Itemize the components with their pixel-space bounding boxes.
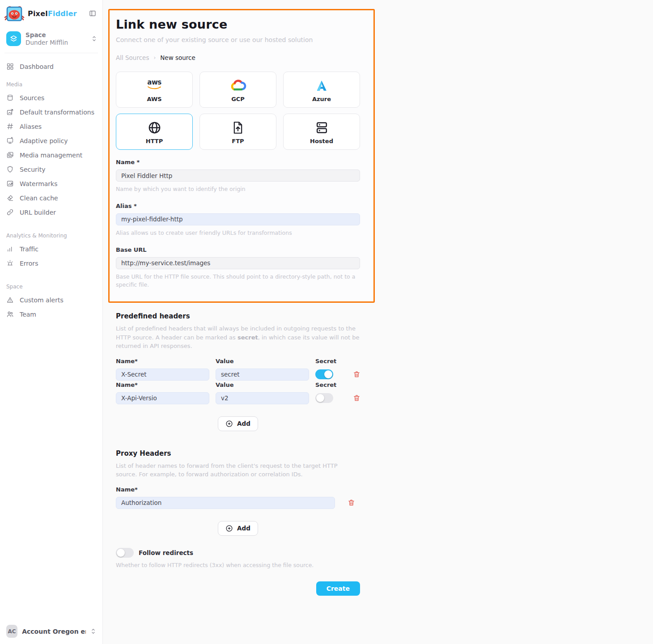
source-card-http[interactable]: HTTP xyxy=(116,114,193,150)
hash-icon xyxy=(6,123,14,130)
sidebar-collapse-icon[interactable] xyxy=(88,9,97,18)
proxy-header-row xyxy=(116,497,360,509)
proxy-header-name-input[interactable] xyxy=(116,497,335,509)
breadcrumb: All Sources › New source xyxy=(116,54,360,61)
sidebar-item-custom-alerts[interactable]: Custom alerts xyxy=(6,293,96,307)
alert-triangle-icon xyxy=(6,296,14,304)
account-selector[interactable]: AC Account Oregon en… xyxy=(0,619,102,644)
source-type-grid: aws AWS GCP xyxy=(116,72,360,150)
file-upload-icon xyxy=(232,119,244,135)
secret-toggle[interactable] xyxy=(315,393,333,403)
proxy-headers-title: Proxy Headers xyxy=(116,449,360,458)
siren-icon xyxy=(6,259,14,267)
sidebar-section-analytics: Analytics & Monitoring xyxy=(6,233,96,239)
delete-header-icon[interactable] xyxy=(353,394,360,402)
source-card-azure[interactable]: Azure xyxy=(283,72,360,108)
dashboard-icon xyxy=(6,63,14,70)
aws-icon: aws xyxy=(147,77,162,93)
proxy-headers-description: List of header names to forward from the… xyxy=(116,462,360,479)
source-card-ftp[interactable]: FTP xyxy=(199,114,276,150)
space-selector[interactable]: Space Dunder Mifflin xyxy=(0,26,102,53)
delete-header-icon[interactable] xyxy=(353,370,360,378)
account-label: Account Oregon en… xyxy=(22,628,86,635)
media-stack-icon xyxy=(6,151,14,159)
sidebar-item-url-builder[interactable]: URL builder xyxy=(6,205,96,220)
sidebar-item-team[interactable]: Team xyxy=(6,307,96,322)
image-transform-icon xyxy=(6,108,14,116)
add-header-button[interactable]: Add xyxy=(218,416,258,431)
gcp-icon xyxy=(229,77,246,93)
header-name-input[interactable] xyxy=(116,392,209,404)
proxy-row-labels: Name* xyxy=(116,486,360,493)
follow-redirects-toggle[interactable] xyxy=(116,548,134,558)
sidebar-item-clean-cache[interactable]: Clean cache xyxy=(6,191,96,205)
follow-redirects-label: Follow redirects xyxy=(139,549,193,556)
header-row xyxy=(116,392,360,404)
page-title: Link new source xyxy=(116,17,360,31)
source-card-gcp[interactable]: GCP xyxy=(199,72,276,108)
breadcrumb-separator-icon: › xyxy=(153,55,156,61)
space-label: Space xyxy=(25,31,68,39)
name-input[interactable] xyxy=(116,169,360,182)
sidebar-item-traffic[interactable]: Traffic xyxy=(6,242,96,256)
alias-input[interactable] xyxy=(116,213,360,225)
eraser-icon xyxy=(6,194,14,202)
sidebar-item-adaptive-policy[interactable]: Adaptive policy xyxy=(6,134,96,148)
chevron-updown-icon xyxy=(90,628,96,635)
follow-redirects-help: Whether to follow HTTP redirects (3xx) w… xyxy=(116,561,360,570)
users-icon xyxy=(6,310,14,318)
name-field-help: Name by which you want to identify the o… xyxy=(116,185,360,194)
server-icon xyxy=(315,119,329,135)
header-name-input[interactable] xyxy=(116,369,209,381)
base-url-field-help: Base URL for the HTTP file source. This … xyxy=(116,273,360,290)
monitor-icon xyxy=(6,137,14,144)
base-url-input[interactable] xyxy=(116,257,360,269)
link-source-panel: Link new source Connect one of your exis… xyxy=(108,9,375,303)
space-layers-icon xyxy=(6,31,21,46)
main-content: Link new source Connect one of your exis… xyxy=(108,9,375,596)
alias-field-label: Alias * xyxy=(116,203,360,209)
breadcrumb-all-sources[interactable]: All Sources xyxy=(116,54,149,61)
globe-icon xyxy=(148,119,161,135)
sidebar-section-space: Space xyxy=(6,284,96,290)
base-url-field-label: Base URL xyxy=(116,246,360,253)
predefined-headers-description: List of predefined headers that will alw… xyxy=(116,324,360,351)
plus-circle-icon xyxy=(225,525,233,532)
breadcrumb-new-source: New source xyxy=(160,54,195,61)
alias-field-help: Alias allows us to create user friendly … xyxy=(116,229,360,237)
app-logo-crab xyxy=(4,3,25,24)
sidebar-item-security[interactable]: Security xyxy=(6,162,96,177)
header-value-input[interactable] xyxy=(216,392,309,404)
source-card-aws[interactable]: aws AWS xyxy=(116,72,193,108)
source-card-hosted[interactable]: Hosted xyxy=(283,114,360,150)
secret-toggle[interactable] xyxy=(315,369,333,379)
add-proxy-header-button[interactable]: Add xyxy=(218,521,258,536)
sidebar: PixelFiddler Space Dunder Mifflin Dashbo… xyxy=(0,0,103,644)
chevron-updown-icon xyxy=(91,35,97,42)
page-subtitle: Connect one of your existing source or u… xyxy=(116,36,360,43)
sidebar-item-aliases[interactable]: Aliases xyxy=(6,119,96,134)
header-value-input[interactable] xyxy=(216,369,309,381)
shield-icon xyxy=(6,165,14,173)
header-row-labels: Name* Value Secret xyxy=(116,358,360,364)
header-row-labels: Name* Value Secret xyxy=(116,381,360,388)
sidebar-item-errors[interactable]: Errors xyxy=(6,256,96,271)
delete-proxy-header-icon[interactable] xyxy=(348,499,355,507)
azure-icon xyxy=(315,77,328,93)
header-row xyxy=(116,369,360,381)
account-avatar: AC xyxy=(6,625,17,638)
sidebar-item-dashboard[interactable]: Dashboard xyxy=(6,59,96,74)
sidebar-item-watermarks[interactable]: Watermarks xyxy=(6,177,96,191)
bar-chart-icon xyxy=(6,245,14,253)
watermark-icon xyxy=(6,180,14,187)
sidebar-item-sources[interactable]: Sources xyxy=(6,91,96,105)
plus-circle-icon xyxy=(225,420,233,428)
name-field-label: Name * xyxy=(116,159,360,165)
predefined-headers-title: Predefined headers xyxy=(116,312,360,320)
sidebar-item-default-transformations[interactable]: Default transformations xyxy=(6,105,96,119)
sidebar-section-media: Media xyxy=(6,81,96,88)
link-icon xyxy=(6,208,14,216)
sidebar-item-media-management[interactable]: Media management xyxy=(6,148,96,162)
app-title: PixelFiddler xyxy=(28,9,77,18)
create-button[interactable]: Create xyxy=(316,581,360,596)
